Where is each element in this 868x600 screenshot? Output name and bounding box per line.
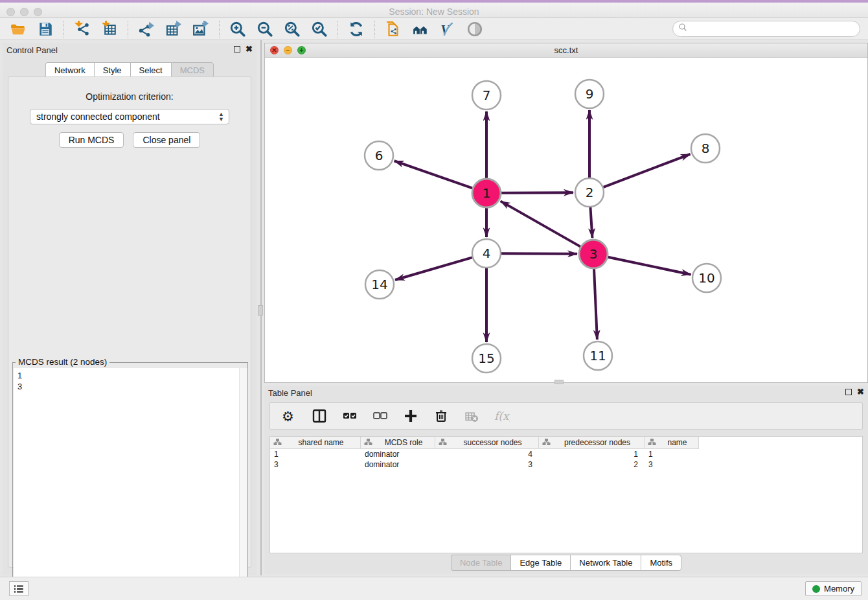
- hide-graphics-button[interactable]: [466, 20, 484, 38]
- edge-4-3[interactable]: [501, 253, 577, 254]
- open-session-button[interactable]: [9, 20, 27, 38]
- memory-button[interactable]: Memory: [805, 581, 862, 596]
- node-11[interactable]: 11: [584, 341, 612, 370]
- node-2[interactable]: 2: [575, 178, 604, 207]
- column-header-name[interactable]: name: [645, 437, 699, 449]
- run-mcds-button[interactable]: Run MCDS: [59, 132, 124, 148]
- optimization-criterion-label: Optimization criterion:: [8, 91, 251, 102]
- node-table[interactable]: shared nameMCDS rolesuccessor nodesprede…: [269, 436, 863, 553]
- node-4[interactable]: 4: [472, 239, 501, 268]
- columns-button[interactable]: [311, 408, 328, 424]
- table-cell[interactable]: 1: [645, 449, 699, 459]
- node-1[interactable]: 1: [472, 179, 501, 207]
- node-6[interactable]: 6: [365, 141, 393, 170]
- column-header-MCDS-role[interactable]: MCDS role: [361, 437, 435, 449]
- table-panel-title: Table Panel: [268, 388, 312, 398]
- table-cell[interactable]: 2: [539, 459, 645, 470]
- table-row[interactable]: 3dominator323: [270, 459, 862, 470]
- control-panel-close-icon[interactable]: ✖: [246, 46, 253, 52]
- deselect-all-button[interactable]: [372, 408, 389, 424]
- column-header-shared-name[interactable]: shared name: [270, 437, 361, 449]
- settings-gear-icon: ⚙: [281, 408, 297, 424]
- delete-row-button[interactable]: [433, 408, 450, 424]
- column-header-predecessor-nodes[interactable]: predecessor nodes: [539, 437, 645, 449]
- open-session-icon: [10, 21, 27, 38]
- table-cell[interactable]: 1: [270, 449, 361, 459]
- network-view-window: ✕ − + scc.txt 1234678910111415: [264, 43, 868, 383]
- vizmapper-button[interactable]: V: [439, 20, 457, 38]
- zoom-fit-button[interactable]: [283, 20, 301, 38]
- table-cell[interactable]: 3: [270, 459, 361, 470]
- list-icon: [13, 583, 25, 595]
- zoom-in-button[interactable]: [229, 20, 247, 38]
- import-network-button[interactable]: [73, 20, 91, 38]
- column-header-label: predecessor nodes: [551, 438, 644, 447]
- edge-1-2[interactable]: [501, 192, 573, 193]
- table-cell[interactable]: dominator: [361, 459, 435, 470]
- mcds-result-group: MCDS result (2 nodes) 13: [12, 362, 248, 600]
- edge-3-10[interactable]: [608, 257, 691, 275]
- network-graph[interactable]: 1234678910111415: [265, 58, 867, 382]
- export-network-icon: [138, 21, 155, 38]
- table-cell[interactable]: 3: [645, 459, 699, 470]
- function-fx-icon: f(x): [494, 408, 510, 424]
- settings-gear-button[interactable]: ⚙: [280, 408, 297, 424]
- table-cell[interactable]: 3: [435, 459, 539, 470]
- home-layout-button[interactable]: [411, 20, 429, 38]
- network-file-button[interactable]: [384, 20, 402, 38]
- horizontal-splitter-grip[interactable]: [554, 380, 564, 384]
- network-window-titlebar: ✕ − + scc.txt: [265, 43, 867, 58]
- import-table-button[interactable]: [100, 20, 119, 38]
- edge-2-3[interactable]: [590, 207, 592, 238]
- export-network-button[interactable]: [137, 20, 155, 38]
- column-header-successor-nodes[interactable]: successor nodes: [435, 437, 539, 449]
- control-panel-float-icon[interactable]: [234, 46, 240, 52]
- close-panel-button[interactable]: Close panel: [133, 132, 200, 148]
- node-8[interactable]: 8: [691, 134, 720, 163]
- export-image-button[interactable]: [192, 20, 210, 38]
- table-cell[interactable]: 4: [435, 449, 539, 459]
- edge-4-14[interactable]: [395, 257, 472, 280]
- tab-edge-table[interactable]: Edge Table: [510, 555, 570, 571]
- tree-icon: [364, 437, 372, 446]
- edge-2-8[interactable]: [604, 154, 691, 187]
- save-session-button[interactable]: [36, 20, 54, 38]
- table-cell[interactable]: dominator: [361, 449, 435, 459]
- node-14[interactable]: 14: [365, 270, 394, 299]
- result-line: 1: [17, 370, 247, 381]
- node-9[interactable]: 9: [575, 80, 604, 108]
- refresh-button[interactable]: [347, 20, 365, 38]
- task-history-button[interactable]: [9, 581, 29, 596]
- tab-network-table[interactable]: Network Table: [570, 555, 641, 571]
- function-fx-button: f(x): [494, 408, 510, 424]
- node-3[interactable]: 3: [579, 240, 608, 268]
- edge-3-1[interactable]: [501, 201, 580, 246]
- tab-node-table[interactable]: Node Table: [451, 555, 511, 571]
- table-panel-float-icon[interactable]: [845, 389, 852, 395]
- destroy-table-icon: [464, 408, 479, 424]
- table-panel-close-icon[interactable]: ✖: [857, 389, 864, 395]
- node-15[interactable]: 15: [472, 344, 501, 373]
- select-all-button[interactable]: [341, 408, 358, 424]
- export-table-button[interactable]: [165, 20, 183, 38]
- edge-1-6[interactable]: [394, 161, 473, 188]
- edge-3-11[interactable]: [594, 269, 597, 340]
- criterion-select[interactable]: strongly connected component ▲▼: [30, 109, 229, 124]
- delete-row-icon: [433, 408, 449, 424]
- node-7[interactable]: 7: [472, 81, 501, 110]
- table-cell[interactable]: 1: [539, 449, 645, 459]
- vertical-splitter-grip[interactable]: [258, 305, 263, 316]
- import-table-icon: [101, 21, 118, 38]
- zoom-selected-button[interactable]: [310, 20, 328, 38]
- node-10[interactable]: 10: [692, 264, 721, 292]
- add-row-button[interactable]: [402, 408, 419, 424]
- result-scrollbar[interactable]: [239, 368, 247, 600]
- window-title: Session: New Session: [0, 6, 868, 17]
- table-row[interactable]: 1dominator411: [270, 449, 862, 459]
- tab-motifs[interactable]: Motifs: [641, 555, 681, 571]
- network-canvas[interactable]: 1234678910111415: [265, 58, 867, 382]
- zoom-out-button[interactable]: [256, 20, 274, 38]
- search-box[interactable]: [672, 21, 860, 37]
- criterion-select-value: strongly connected component: [36, 111, 160, 122]
- search-input[interactable]: [689, 24, 860, 34]
